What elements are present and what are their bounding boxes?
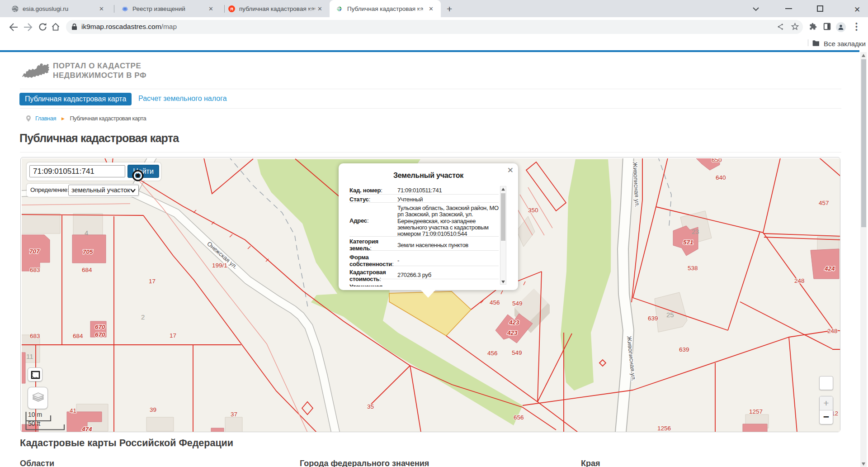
svg-text:23: 23 (692, 228, 699, 235)
svg-text:684: 684 (82, 267, 92, 273)
svg-text:423: 423 (507, 329, 518, 336)
svg-text:549: 549 (512, 349, 522, 356)
svg-text:538: 538 (688, 265, 698, 272)
svg-text:11: 11 (26, 353, 33, 360)
svg-text:683: 683 (30, 267, 40, 273)
svg-text:656: 656 (514, 414, 524, 421)
svg-text:457: 457 (819, 200, 829, 206)
svg-text:683: 683 (30, 333, 40, 339)
svg-text:248: 248 (827, 328, 838, 334)
svg-text:456: 456 (487, 350, 498, 357)
svg-text:17: 17 (170, 332, 176, 339)
svg-text:199/1: 199/1 (212, 262, 227, 269)
svg-text:670: 670 (95, 331, 105, 338)
svg-text:423: 423 (509, 319, 519, 326)
svg-text:474: 474 (81, 426, 92, 432)
svg-text:17: 17 (149, 278, 156, 285)
svg-text:350: 350 (528, 207, 538, 214)
svg-text:705: 705 (83, 248, 93, 255)
svg-text:37: 37 (231, 411, 237, 418)
svg-text:456: 456 (490, 299, 500, 306)
svg-text:424: 424 (824, 265, 835, 272)
svg-text:39: 39 (150, 406, 156, 413)
svg-text:248: 248 (794, 277, 805, 284)
svg-text:2: 2 (141, 313, 145, 321)
svg-text:549: 549 (512, 300, 523, 307)
svg-text:1256: 1256 (657, 425, 671, 432)
svg-text:35: 35 (367, 403, 374, 410)
svg-text:1257: 1257 (749, 408, 763, 415)
svg-text:684: 684 (73, 333, 83, 339)
svg-text:650: 650 (712, 158, 722, 163)
svg-text:571: 571 (683, 239, 693, 246)
svg-text:670: 670 (95, 324, 105, 330)
svg-text:707: 707 (29, 248, 40, 255)
svg-text:639: 639 (648, 315, 658, 322)
svg-text:41: 41 (70, 407, 76, 414)
svg-text:25: 25 (666, 311, 674, 319)
svg-text:4: 4 (85, 229, 88, 237)
svg-text:640: 640 (716, 174, 726, 181)
svg-text:Я: Я (230, 7, 233, 11)
svg-text:639: 639 (679, 346, 689, 353)
